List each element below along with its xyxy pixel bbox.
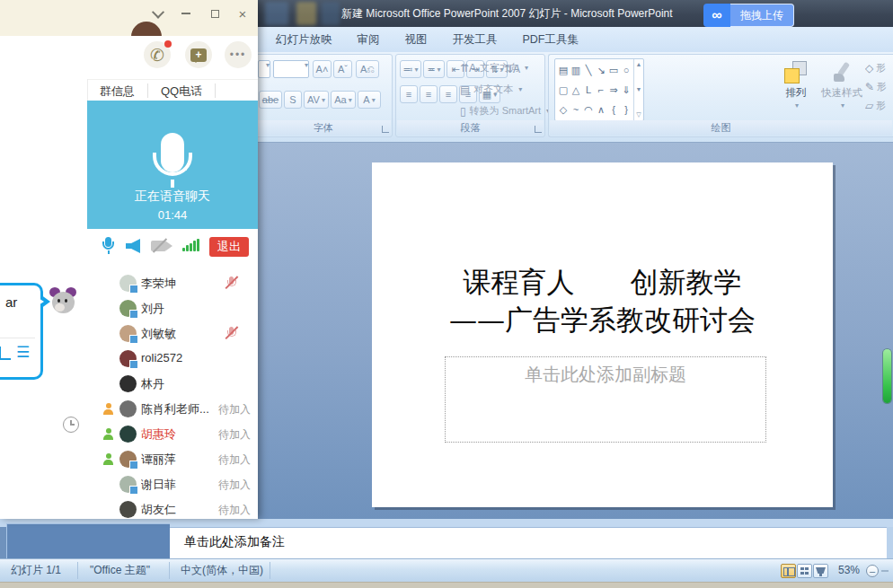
status-language[interactable]: 中文(简体，中国) [181,559,263,582]
tab-pdf-tools[interactable]: PDF工具集 [510,27,592,52]
tab-slideshow[interactable]: 幻灯片放映 [263,27,345,52]
shape-arc-icon[interactable]: ◠ [582,100,595,119]
font-name-dropdown[interactable]: ▾ [258,60,270,78]
normal-view-button[interactable] [781,564,796,578]
shape-rounded-rect-icon[interactable]: ▢ [557,80,570,100]
slide-sorter-view-button[interactable] [797,564,812,578]
avatar [119,375,137,392]
shape-arrow-icon[interactable]: ↘ [595,60,607,80]
collapse-window-button[interactable] [148,6,168,21]
mouse-emoji [49,287,78,316]
message-history-clock-icon[interactable] [63,417,79,433]
shape-freeform-icon[interactable]: ◇ [557,100,570,119]
hamburger-menu-icon[interactable]: ☰ [16,343,30,362]
member-row[interactable]: 谢日菲 待加入 [87,474,258,496]
member-row[interactable]: roli2572 [87,348,258,370]
font-dialog-launcher-icon[interactable] [382,126,389,133]
member-row[interactable]: 胡友仁 待加入 [87,499,258,519]
font-size-dropdown[interactable]: ▾ [273,60,309,78]
align-left-button[interactable]: ≡ [400,85,418,103]
exit-call-button[interactable]: 退出 [209,237,249,257]
text-shadow-button[interactable]: S [284,91,302,109]
zoom-slider-rail[interactable] [881,570,889,572]
member-row[interactable]: 刘敏敏 [87,323,258,345]
shape-effects-button[interactable]: ▱ 形 [865,96,893,115]
speaker-button[interactable] [126,239,140,253]
muted-mic-icon[interactable] [225,326,238,341]
notes-pane[interactable]: 单击此处添加备注 [170,527,887,558]
slideshow-view-button[interactable] [813,564,828,578]
clear-formatting-button[interactable]: A⎌ [356,60,379,78]
text-direction-button[interactable]: ⇈A 文字方向▾ [460,58,528,77]
qq-titlebar[interactable]: × [0,0,258,36]
align-center-button[interactable]: ≡ [420,85,438,103]
baidu-netdisk-upload-overlay[interactable]: ∞ 拖拽上传 [703,4,794,27]
member-row[interactable]: 刘丹 [87,298,258,320]
shape-down-arrow-icon[interactable]: ⇓ [620,80,632,100]
scroll-down-icon[interactable]: ▼ [636,86,642,92]
arrange-button[interactable]: 排列 ▾ [775,57,817,122]
shrink-font-button[interactable]: Aˇ [333,60,352,78]
camera-off-button[interactable] [151,240,174,252]
tab-view[interactable]: 视图 [393,27,440,52]
tab-review[interactable]: 审阅 [345,27,393,52]
shape-elbow2-icon[interactable]: ⌐ [595,80,607,100]
shape-scribble-icon[interactable]: ~ [570,100,582,119]
shape-brace-left-icon[interactable]: { [607,100,620,119]
strikethrough-button[interactable]: abe [259,91,282,109]
zoom-level[interactable]: 53% [838,559,860,582]
quick-styles-button[interactable]: 快速样式 ▾ [817,57,867,122]
create-chat-button[interactable]: + [185,41,212,68]
more-options-button[interactable]: ••• [225,41,252,68]
member-row[interactable]: 谭丽萍 待加入 [87,449,258,470]
green-scrollbar-thumb[interactable] [883,349,891,403]
muted-mic-icon[interactable] [225,276,238,291]
bullets-button[interactable]: ≕▾ [400,60,421,78]
member-row[interactable]: 陈肖利老师... 待加入 [87,399,258,420]
tab-group-info[interactable]: 群信息 [87,81,147,101]
shape-line-icon[interactable]: ╲ [582,60,595,80]
shape-triangle-icon[interactable]: △ [570,80,582,100]
change-case-button[interactable]: Aa▾ [331,91,356,109]
close-button[interactable]: × [233,6,252,21]
tab-qq-call[interactable]: QQ电话 [148,81,215,101]
member-row[interactable]: 胡惠玲 待加入 [87,424,258,445]
shape-elbow-icon[interactable]: L [582,80,595,100]
shape-vertical-textbox-icon[interactable]: ▥ [570,60,582,80]
drag-upload-label[interactable]: 拖拽上传 [730,4,794,27]
shapes-gallery-scrollbar[interactable]: ▲ ▼ ▽ [633,59,643,120]
shape-rectangle-icon[interactable]: ▭ [607,60,620,80]
numbering-button[interactable]: ≖▾ [423,60,445,78]
tab-developer[interactable]: 开发工具 [440,27,510,52]
font-color-button[interactable]: A▾ [358,91,381,109]
shape-textbox-icon[interactable]: ▤ [557,60,570,80]
member-row[interactable]: 李荣坤 [87,273,258,294]
status-slide-number[interactable]: 幻灯片 1/1 [11,559,61,582]
character-spacing-button[interactable]: AV▾ [304,91,329,109]
shape-brace-right-icon[interactable]: } [620,100,632,119]
status-theme[interactable]: "Office 主题" [90,559,150,582]
zoom-out-button[interactable]: – [866,565,879,577]
maximize-button[interactable] [205,6,225,21]
member-row[interactable]: 林丹 [87,373,258,395]
grow-font-button[interactable]: A˄ [313,60,332,78]
subtitle-placeholder[interactable]: 单击此处添加副标题 [445,356,766,443]
minimize-button[interactable] [176,6,196,21]
gallery-expand-icon[interactable]: ▽ [636,111,641,118]
voice-call-button[interactable]: ✆ [144,41,171,68]
paragraph-dialog-launcher-icon[interactable] [535,126,542,133]
scroll-up-icon[interactable]: ▲ [636,61,642,67]
shape-outline-button[interactable]: ✎ 形 [865,77,893,96]
shape-curve-icon[interactable]: ∧ [595,100,607,119]
convert-smartart-button[interactable]: ▯ 转换为 SmartArt▾ [460,101,550,120]
shape-fill-button[interactable]: ◇ 形 [865,58,893,77]
shape-oval-icon[interactable]: ○ [620,60,632,80]
align-text-button[interactable]: ▤ 对齐文本▾ [460,80,522,99]
align-right-button[interactable]: ≡ [439,85,457,103]
mute-mic-button[interactable] [101,237,115,255]
shape-block-arrow-icon[interactable]: ⇒ [607,80,620,100]
slide-canvas[interactable]: 课程育人 创新教学 ——广告学系教改研讨会 单击此处添加副标题 [372,162,833,507]
slide-title-text[interactable]: 课程育人 创新教学 ——广告学系教改研讨会 [372,263,833,338]
shapes-gallery[interactable]: ▤ ▥ ╲ ↘ ▭ ○ ▢ △ L ⌐ ⇒ ⇓ ◇ ~ ◠ ∧ { } ▲ [554,58,644,121]
bubble-action-icon[interactable] [0,347,11,360]
